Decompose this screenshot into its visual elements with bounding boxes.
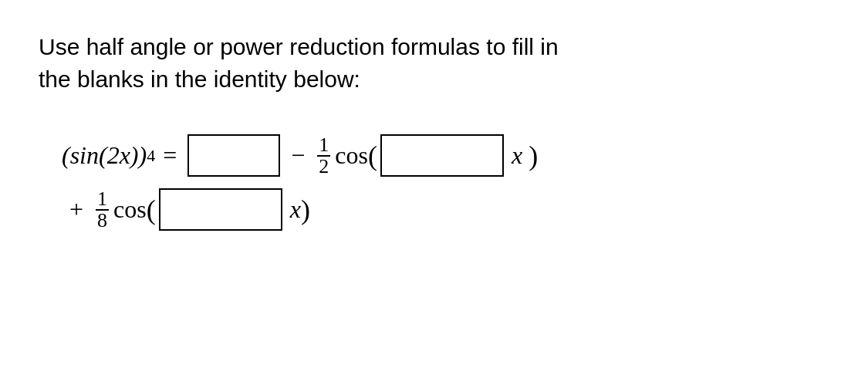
fraction2-denominator: 8 xyxy=(96,211,109,231)
fraction-1: 1 2 xyxy=(317,135,330,177)
lhs-close-paren: )) xyxy=(130,141,147,170)
instruction-line2: the blanks in the identity below: xyxy=(39,63,829,96)
equation-line2: + 1 8 cos ( x ) xyxy=(62,188,829,231)
lhs-open-paren: (sin(2 xyxy=(62,141,120,170)
cos2-open-paren: ( xyxy=(147,194,156,226)
instruction-line1: Use half angle or power reduction formul… xyxy=(39,31,829,63)
page-content: Use half angle or power reduction formul… xyxy=(39,31,829,231)
cos2-x: x xyxy=(290,195,301,224)
cos1-x: x xyxy=(512,141,522,170)
cos1-space xyxy=(522,141,529,170)
equation-area: (sin(2 x )) 4 = − 1 2 cos ( x ) + 1 8 xyxy=(39,134,829,231)
cos-label-1: cos xyxy=(335,141,368,170)
cos1-open-paren: ( xyxy=(368,140,377,172)
blank-box-3[interactable] xyxy=(159,188,282,231)
lhs-x: x xyxy=(120,141,130,170)
cos1-close-paren: ) xyxy=(529,140,538,172)
equals-sign: = xyxy=(163,141,177,170)
blank-box-2[interactable] xyxy=(380,134,504,177)
plus-sign: + xyxy=(69,195,83,224)
exponent: 4 xyxy=(147,146,155,166)
fraction-2: 1 8 xyxy=(96,189,109,231)
equation-line1: (sin(2 x )) 4 = − 1 2 cos ( x ) xyxy=(62,134,829,177)
cos-label-2: cos xyxy=(113,195,147,224)
fraction1-denominator: 2 xyxy=(317,157,330,177)
fraction1-numerator: 1 xyxy=(317,135,330,157)
instruction-text: Use half angle or power reduction formul… xyxy=(39,31,829,96)
minus-sign: − xyxy=(291,141,305,170)
blank-box-1[interactable] xyxy=(187,134,280,177)
fraction2-numerator: 1 xyxy=(96,189,109,211)
cos2-close-paren: ) xyxy=(301,194,310,226)
